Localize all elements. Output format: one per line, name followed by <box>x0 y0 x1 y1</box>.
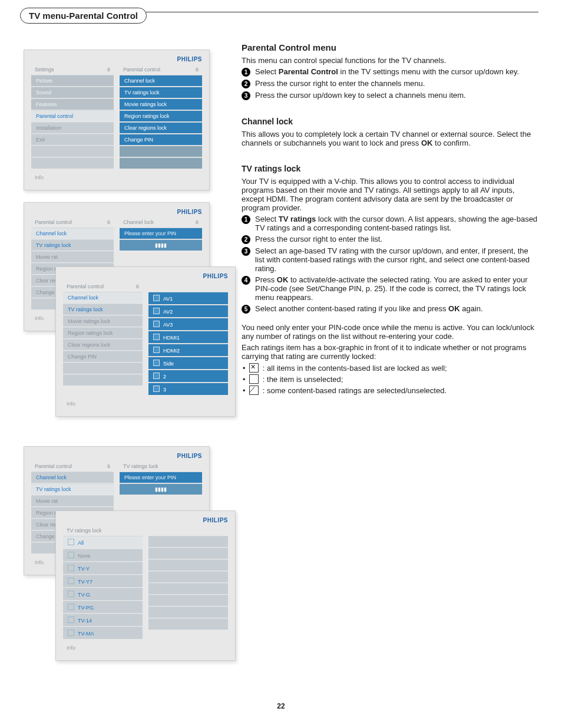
philips-logo: PHILIPS <box>31 56 202 62</box>
box-graphic-bullets: • : all items in the contents-based list… <box>243 363 538 395</box>
step-bullet-3: 3 <box>242 91 250 100</box>
parental-intro: This menu can control special functions … <box>242 56 538 65</box>
checkbox-x-icon <box>249 363 259 373</box>
heading-parental-menu: Parental Control menu <box>242 42 538 52</box>
parental-steps: 1Select Parental Control in the TV setti… <box>242 67 538 100</box>
right-column: Parental Control menu This menu can cont… <box>242 32 538 667</box>
menu-mock-channel-lock-list: PHILIPS Parental control6 Channel lock T… <box>55 266 236 417</box>
menu-mock-settings: PHILIPS Settings6 Picture Sound Features… <box>24 50 210 190</box>
step-bullet-1: 1 <box>242 68 250 77</box>
checkbox-slash-icon <box>249 386 259 395</box>
heading-channel-lock: Channel lock <box>242 117 538 126</box>
left-column: PHILIPS Settings6 Picture Sound Features… <box>24 32 224 667</box>
heading-tv-ratings-lock: TV ratings lock <box>242 164 538 173</box>
menu-mock-tvratings-list: PHILIPS TV ratings lock All None TV-Y TV… <box>55 510 236 661</box>
step-bullet-2: 2 <box>242 80 250 88</box>
checkbox-empty-icon <box>249 374 259 384</box>
page-title: TV menu-Parental Control <box>20 8 147 24</box>
tvratings-steps: 1Select TV ratings lock with the cursor … <box>242 215 538 314</box>
box-graphic-note: Each ratings item has a box-graphic in f… <box>242 343 538 361</box>
page-number: 22 <box>24 702 538 710</box>
pin-note: You need only enter your PIN-code once w… <box>242 323 538 341</box>
tvratings-intro: Your TV is equipped with a V-chip. This … <box>242 177 538 212</box>
channel-lock-text: This allows you to completely lock a cer… <box>242 130 538 147</box>
